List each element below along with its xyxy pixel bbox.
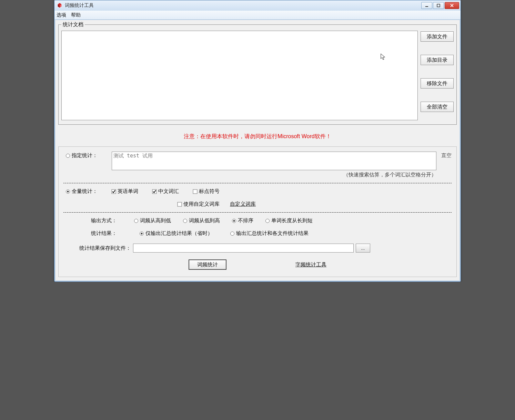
close-icon xyxy=(450,3,454,8)
punct-checkbox[interactable]: 标点符号 xyxy=(193,188,220,195)
sort-low-high-radio[interactable]: 词频从低到高 xyxy=(183,217,220,224)
output-section: 输出方式： 词频从高到低 词频从低到高 不排序 xyxy=(63,217,452,270)
separator-1 xyxy=(63,183,452,183)
radio-checked-icon xyxy=(65,189,70,194)
window-buttons xyxy=(421,2,459,9)
radio-checked-icon xyxy=(232,218,236,223)
minimize-icon xyxy=(425,3,429,8)
specify-clear[interactable]: 直空 xyxy=(441,152,452,159)
full-radio[interactable]: 全量统计： xyxy=(65,188,98,195)
svg-point-9 xyxy=(134,219,138,223)
save-row: 统计结果保存到文件： ... xyxy=(76,244,452,253)
custom-dict-label: 使用自定义词库 xyxy=(183,201,220,207)
menu-options[interactable]: 选项 xyxy=(57,12,66,18)
documents-group: 统计文档 添加文件 添加目录 移除文件 全部清空 xyxy=(58,21,457,125)
browse-button[interactable]: ... xyxy=(356,244,370,253)
warning-text: 注意：在使用本软件时，请勿同时运行Microsoft Word软件！ xyxy=(58,133,457,140)
result-type-label: 统计结果： xyxy=(91,230,122,237)
window-title: 词频统计工具 xyxy=(65,2,421,9)
checkbox-checked-icon xyxy=(111,189,116,194)
checkbox-checked-icon xyxy=(152,189,157,194)
options-panel: 指定统计： 直空 （快速搜索估算，多个词汇以空格分开） 全量统计： 英语单词 xyxy=(58,146,457,277)
sort-none-label: 不排序 xyxy=(238,217,253,224)
specify-row: 指定统计： 直空 xyxy=(63,152,452,170)
save-label: 统计结果保存到文件： xyxy=(76,245,131,252)
svg-rect-8 xyxy=(178,202,182,206)
add-file-button[interactable]: 添加文件 xyxy=(421,31,454,42)
app-window: 词频统计工具 选项 帮助 统计文档 xyxy=(54,0,461,282)
bottom-row: 词频统计 字频统计工具 xyxy=(63,259,452,270)
full-row: 全量统计： 英语单词 中文词汇 标点符号 xyxy=(65,188,452,195)
remove-file-button[interactable]: 移除文件 xyxy=(421,78,454,89)
documents-legend: 统计文档 xyxy=(61,21,85,28)
specify-hint: （快速搜索估算，多个词汇以空格分开） xyxy=(63,172,436,178)
sort-low-high-label: 词频从低到高 xyxy=(189,217,220,224)
svg-point-13 xyxy=(266,219,270,223)
run-button[interactable]: 词频统计 xyxy=(189,259,226,270)
sort-high-low-radio[interactable]: 词频从高到低 xyxy=(134,217,171,224)
chinese-checkbox[interactable]: 中文词汇 xyxy=(152,188,179,195)
output-mode-row: 输出方式： 词频从高到低 词频从低到高 不排序 xyxy=(91,217,452,224)
char-freq-link[interactable]: 字频统计工具 xyxy=(295,262,326,268)
cursor-icon xyxy=(380,53,386,61)
custom-dict-checkbox[interactable]: 使用自定义词库 xyxy=(177,201,220,207)
svg-point-4 xyxy=(67,191,69,192)
add-directory-button[interactable]: 添加目录 xyxy=(421,55,454,65)
radio-checked-icon xyxy=(139,231,144,236)
sort-high-low-label: 词频从高到低 xyxy=(140,217,171,224)
save-path-input[interactable] xyxy=(133,244,354,253)
specify-radio-label: 指定统计： xyxy=(72,152,98,159)
maximize-button[interactable] xyxy=(433,2,444,9)
radio-icon xyxy=(265,218,270,223)
documents-listbox[interactable] xyxy=(61,31,418,120)
svg-point-15 xyxy=(141,233,143,234)
svg-point-16 xyxy=(231,232,234,235)
specify-radio[interactable]: 指定统计： xyxy=(65,152,107,159)
svg-point-2 xyxy=(66,154,70,157)
svg-point-10 xyxy=(183,219,187,223)
sort-none-radio[interactable]: 不排序 xyxy=(232,217,253,224)
svg-rect-0 xyxy=(425,6,428,7)
radio-icon xyxy=(230,231,235,236)
titlebar: 词频统计工具 xyxy=(54,0,461,11)
menu-help[interactable]: 帮助 xyxy=(71,12,81,18)
svg-rect-1 xyxy=(437,4,440,7)
checkbox-icon xyxy=(177,202,182,207)
radio-icon xyxy=(183,218,188,223)
maximize-icon xyxy=(436,3,441,8)
custom-row: 使用自定义词库 自定义词库 xyxy=(177,201,452,207)
chinese-label: 中文词汇 xyxy=(158,188,179,195)
specify-input[interactable] xyxy=(112,152,436,170)
radio-icon xyxy=(134,218,139,223)
sort-length-label: 单词长度从长到短 xyxy=(271,217,313,224)
english-checkbox[interactable]: 英语单词 xyxy=(111,188,138,195)
client-area: 统计文档 添加文件 添加目录 移除文件 全部清空 注意：在使用本软件时，请勿同时… xyxy=(55,20,460,281)
full-radio-label: 全量统计： xyxy=(72,188,98,195)
minimize-button[interactable] xyxy=(421,2,432,9)
svg-point-12 xyxy=(233,220,235,222)
english-label: 英语单词 xyxy=(118,188,138,195)
checkbox-icon xyxy=(193,189,198,194)
svg-rect-7 xyxy=(193,189,197,194)
result-summary-radio[interactable]: 仅输出汇总统计结果（省时） xyxy=(139,230,213,237)
result-summary-label: 仅输出汇总统计结果（省时） xyxy=(145,230,213,237)
sort-length-radio[interactable]: 单词长度从长到短 xyxy=(265,217,313,224)
output-mode-label: 输出方式： xyxy=(91,217,122,224)
custom-dict-link[interactable]: 自定义词库 xyxy=(230,201,256,207)
menubar: 选项 帮助 xyxy=(54,11,461,20)
radio-icon xyxy=(65,153,70,158)
punct-label: 标点符号 xyxy=(199,188,220,195)
result-full-radio[interactable]: 输出汇总统计和各文件统计结果 xyxy=(230,230,309,237)
clear-all-button[interactable]: 全部清空 xyxy=(421,102,454,112)
result-full-label: 输出汇总统计和各文件统计结果 xyxy=(236,230,309,237)
separator-2 xyxy=(63,212,452,213)
close-button[interactable] xyxy=(445,2,459,9)
result-type-row: 统计结果： 仅输出汇总统计结果（省时） 输出汇总统计和各文件统计结果 xyxy=(91,230,452,237)
app-icon xyxy=(57,2,63,9)
